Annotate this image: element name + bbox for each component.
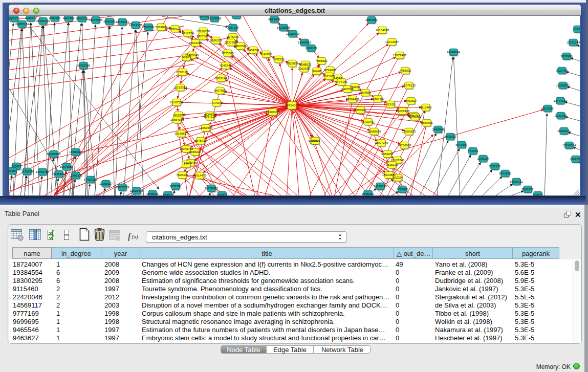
svg-text:157: 157 <box>184 163 189 166</box>
svg-text:8813054: 8813054 <box>268 18 280 21</box>
svg-text:15718485: 15718485 <box>205 187 219 190</box>
svg-text:10719151: 10719151 <box>116 20 129 24</box>
svg-text:9463627: 9463627 <box>405 99 417 102</box>
svg-text:8912954: 8912954 <box>182 32 194 35</box>
svg-text:12213382: 12213382 <box>173 86 187 89</box>
svg-text:20206536: 20206536 <box>47 152 61 156</box>
svg-text:16154808: 16154808 <box>376 29 389 32</box>
svg-text:3875685: 3875685 <box>222 52 234 55</box>
svg-text:9115460: 9115460 <box>420 106 432 109</box>
svg-text:1733426: 1733426 <box>396 188 408 191</box>
svg-text:8131054: 8131054 <box>230 16 243 17</box>
svg-text:1075301: 1075301 <box>409 115 421 118</box>
svg-text:1362615: 1362615 <box>298 67 310 70</box>
svg-text:12505135: 12505135 <box>69 174 83 177</box>
svg-text:9327508: 9327508 <box>225 41 237 44</box>
svg-text:8678332: 8678332 <box>194 139 207 142</box>
svg-text:6497568: 6497568 <box>341 87 354 91</box>
svg-text:14532: 14532 <box>334 77 342 80</box>
svg-text:9329966: 9329966 <box>560 55 573 58</box>
svg-text:17957225: 17957225 <box>84 178 98 181</box>
svg-text:1615132: 1615132 <box>386 163 398 166</box>
svg-text:8822037: 8822037 <box>286 62 298 65</box>
svg-text:1645201: 1645201 <box>362 192 374 195</box>
svg-text:62160: 62160 <box>386 103 395 106</box>
svg-text:10688609: 10688609 <box>367 130 381 133</box>
svg-text:12093872: 12093872 <box>556 84 570 87</box>
svg-text:7663822: 7663822 <box>155 26 167 29</box>
svg-text:15720407: 15720407 <box>361 120 375 123</box>
svg-text:8186323: 8186323 <box>210 39 222 42</box>
svg-text:9242845: 9242845 <box>220 64 232 67</box>
svg-text:2405572: 2405572 <box>9 17 20 20</box>
svg-text:20053346: 20053346 <box>77 64 91 67</box>
svg-text:15300275: 15300275 <box>266 111 280 114</box>
svg-text:7955812: 7955812 <box>315 59 328 62</box>
svg-text:19218506: 19218506 <box>277 26 291 29</box>
svg-text:18907249: 18907249 <box>375 141 388 144</box>
svg-text:2867608: 2867608 <box>234 45 247 48</box>
svg-text:12942757: 12942757 <box>36 170 50 173</box>
svg-text:9660123: 9660123 <box>169 27 181 30</box>
svg-text:11123: 11123 <box>574 28 580 31</box>
svg-text:9777169: 9777169 <box>335 80 347 83</box>
svg-text:16914479: 16914479 <box>193 174 207 177</box>
svg-text:1145194: 1145194 <box>53 172 66 176</box>
svg-text:16107554: 16107554 <box>170 101 184 104</box>
svg-text:8454749: 8454749 <box>247 49 259 52</box>
svg-text:235061: 235061 <box>11 165 22 168</box>
svg-text:14136141: 14136141 <box>374 185 387 188</box>
svg-text:717004: 717004 <box>211 101 222 104</box>
svg-text:19166827: 19166827 <box>175 132 188 135</box>
svg-text:(x): (x) <box>132 233 139 240</box>
svg-text:2087682: 2087682 <box>365 18 378 21</box>
svg-text:15751074: 15751074 <box>567 41 580 44</box>
svg-text:1440954: 1440954 <box>432 128 444 131</box>
svg-text:38454: 38454 <box>311 139 320 142</box>
svg-text:15276026: 15276026 <box>89 18 103 21</box>
svg-text:10025438: 10025438 <box>396 110 410 113</box>
svg-text:1210753: 1210753 <box>172 114 185 117</box>
svg-text:9275046: 9275046 <box>227 35 239 38</box>
svg-text:16033809: 16033809 <box>208 17 222 20</box>
svg-text:7632621: 7632621 <box>489 165 501 168</box>
svg-text:1156829: 1156829 <box>21 170 34 173</box>
svg-text:9148211: 9148211 <box>300 63 312 66</box>
svg-text:2803144: 2803144 <box>215 77 227 80</box>
svg-text:19654923: 19654923 <box>402 130 416 133</box>
svg-text:1327602: 1327602 <box>62 16 75 19</box>
svg-text:9327508: 9327508 <box>197 35 209 38</box>
svg-text:10973493: 10973493 <box>393 54 407 57</box>
svg-text:20364436: 20364436 <box>346 98 360 101</box>
svg-text:12975115: 12975115 <box>402 84 416 87</box>
svg-text:20691406: 20691406 <box>36 19 50 23</box>
svg-text:98965: 98965 <box>182 56 191 59</box>
svg-text:7357224: 7357224 <box>227 26 239 29</box>
svg-text:7485003: 7485003 <box>399 69 411 72</box>
svg-text:3824554: 3824554 <box>359 91 372 94</box>
svg-text:13325419: 13325419 <box>286 32 300 35</box>
svg-text:90448: 90448 <box>313 70 321 73</box>
svg-text:15692971: 15692971 <box>557 129 571 133</box>
svg-text:8067110: 8067110 <box>204 115 216 118</box>
svg-text:6479197: 6479197 <box>455 143 468 146</box>
svg-text:8471676: 8471676 <box>499 172 511 175</box>
svg-text:19756928: 19756928 <box>398 144 411 147</box>
svg-text:12213987: 12213987 <box>385 40 399 43</box>
svg-text:8427552: 8427552 <box>214 89 226 92</box>
svg-text:9466102: 9466102 <box>76 17 88 20</box>
svg-text:16648794: 16648794 <box>447 51 461 54</box>
svg-text:8938923: 8938923 <box>444 135 456 138</box>
svg-text:7515526: 7515526 <box>142 26 155 29</box>
svg-text:18724007: 18724007 <box>285 104 299 107</box>
svg-text:474444: 474444 <box>468 149 478 152</box>
svg-text:9146821: 9146821 <box>260 53 272 56</box>
svg-text:9245652: 9245652 <box>521 188 534 191</box>
svg-text:1167533: 1167533 <box>570 158 580 161</box>
svg-text:2005572: 2005572 <box>25 16 37 19</box>
svg-text:19654923: 19654923 <box>170 118 184 121</box>
svg-text:2718170: 2718170 <box>176 71 188 74</box>
svg-text:1696153: 1696153 <box>305 47 317 50</box>
svg-text:252254: 252254 <box>393 176 403 179</box>
svg-text:10807487: 10807487 <box>371 97 385 100</box>
